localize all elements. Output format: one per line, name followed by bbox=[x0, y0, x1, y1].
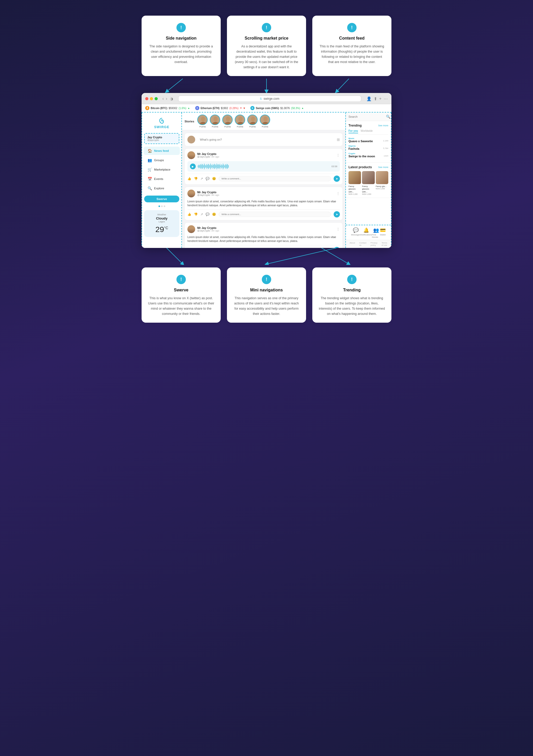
product-item-2[interactable]: Fancy glasses with... NGN 1,000 bbox=[362, 171, 374, 195]
annotation-icon-scrolling: ! bbox=[262, 23, 271, 32]
play-button-1[interactable]: ▶ bbox=[190, 164, 196, 169]
like-action-2[interactable]: 👍 bbox=[188, 212, 191, 216]
tab-worldwide[interactable]: Worldwide bbox=[361, 129, 373, 133]
user-icon[interactable]: 👤 bbox=[367, 96, 372, 101]
share-action-2[interactable]: ↗ bbox=[200, 212, 203, 216]
send-comment-button-1[interactable]: ➤ bbox=[334, 176, 340, 182]
products-see-more[interactable]: See more bbox=[378, 166, 388, 169]
post-author-info-2: Mr Jay Crypto @JayCrypto 3hr ago bbox=[197, 191, 219, 196]
product-price-2: NGN 1,000 bbox=[362, 193, 374, 195]
footer-terms[interactable]: Terms of use bbox=[382, 242, 387, 246]
news-feed-icon: 🏠 bbox=[147, 149, 152, 153]
share-icon[interactable]: ⬆ bbox=[374, 96, 377, 101]
top-arrows-svg bbox=[141, 79, 392, 93]
tab-for-you[interactable]: For you bbox=[348, 129, 358, 133]
svg-line-15 bbox=[166, 248, 183, 264]
dislike-action-2[interactable]: 👎 bbox=[194, 212, 198, 216]
sidebar-item-marketplace[interactable]: 🛒 Marketplace bbox=[144, 165, 180, 174]
footer-about[interactable]: About bbox=[349, 242, 355, 246]
sidebar-item-groups[interactable]: 👥 Groups bbox=[144, 156, 180, 164]
notifications-label: Notifications bbox=[361, 233, 372, 236]
more-icon[interactable]: ⋯ bbox=[384, 96, 388, 101]
audio-duration-1: 03:58 bbox=[331, 165, 337, 168]
ticker-btc: ₿ Bitcoin (BTC) $59302 (1.6%) ▲ bbox=[145, 106, 190, 110]
sidebar-item-news-feed[interactable]: 🏠 News feed bbox=[144, 147, 180, 155]
trending-header: Trending See more bbox=[348, 124, 388, 127]
find-friends-icon: 👥 bbox=[373, 227, 379, 233]
story-item-2[interactable]: Pushla bbox=[210, 115, 220, 128]
events-icon: 📅 bbox=[147, 177, 152, 181]
bottom-nav-notifications[interactable]: 🔔 Notifications bbox=[361, 227, 372, 238]
story-item-5[interactable]: Pushla bbox=[247, 115, 258, 128]
footer-contact[interactable]: Contact us bbox=[359, 242, 367, 246]
bottom-annotations: ! Swerve This is what you know on X (twi… bbox=[141, 265, 392, 323]
forward-icon[interactable]: › bbox=[166, 96, 167, 101]
comment-action-1[interactable]: 💬 bbox=[206, 177, 210, 180]
swg-price: $1.0076 bbox=[280, 107, 290, 110]
sidebar-user-profile[interactable]: Jay Crypto @jaycrypto bbox=[144, 133, 179, 144]
product-item-3[interactable]: Fancy gla... NGN 1,000 bbox=[376, 171, 388, 195]
story-item-3[interactable]: Pushla bbox=[222, 115, 233, 128]
back-icon[interactable]: ‹ bbox=[163, 96, 164, 101]
trending-category-1: Music bbox=[348, 137, 388, 140]
post-more-icon-2[interactable]: ⋮ bbox=[336, 191, 340, 196]
close-button[interactable] bbox=[145, 97, 148, 100]
bottom-nav-wallet[interactable]: 💳 Wallet bbox=[380, 227, 386, 238]
weather-label: Weather bbox=[147, 213, 176, 216]
bottom-nav-find-friends[interactable]: 👥 Find friends bbox=[372, 227, 380, 238]
audio-player-1: ▶ bbox=[188, 161, 340, 172]
trending-topic-2[interactable]: Fashola bbox=[348, 147, 359, 150]
eth-icon: Ξ bbox=[195, 106, 199, 110]
story-item-1[interactable]: Pushla bbox=[197, 115, 208, 128]
comment-icon-2: 💬 bbox=[206, 212, 210, 216]
minimize-button[interactable] bbox=[150, 97, 153, 100]
emoji-icon-1: 😊 bbox=[212, 177, 216, 180]
top-arrows-row bbox=[141, 79, 392, 93]
explore-label: Explore bbox=[154, 187, 164, 190]
emoji-action-2[interactable]: 😊 bbox=[212, 212, 216, 216]
send-comment-button-2[interactable]: ➤ bbox=[334, 211, 340, 217]
sidebar-item-events[interactable]: 📅 Events bbox=[144, 175, 180, 183]
search-icon[interactable]: 🔍 bbox=[386, 115, 391, 119]
trending-see-more[interactable]: See more bbox=[378, 124, 388, 127]
like-action-1[interactable]: 👍 bbox=[188, 177, 191, 180]
trending-count-2: 5,784 bbox=[383, 147, 388, 150]
annotation-icon-content: ! bbox=[347, 23, 357, 32]
browser-titlebar: ‹ › ◑ S swirge.com 👤 ⬆ + ⋯ bbox=[141, 93, 392, 104]
maximize-button[interactable] bbox=[155, 97, 158, 100]
trending-topic-1[interactable]: Quavo x Saweetie bbox=[348, 140, 373, 143]
trending-topic-3[interactable]: Swirge to the moon bbox=[348, 155, 375, 158]
annotation-desc-mini-nav: This navigation serves as one of the pri… bbox=[233, 296, 300, 316]
story-item-4[interactable]: Pushla bbox=[235, 115, 245, 128]
product-item-1[interactable]: Fancy glasses with... NGN 1,000 bbox=[348, 171, 361, 195]
story-item-6[interactable]: Pushla bbox=[260, 115, 270, 128]
share-action-1[interactable]: ↗ bbox=[200, 177, 203, 180]
theme-toggle-icon[interactable]: ◑ bbox=[170, 96, 173, 101]
post-more-icon-1[interactable]: ⋮ bbox=[336, 153, 340, 157]
compose-options-icon[interactable]: ⊞ bbox=[337, 138, 340, 142]
footer-privacy[interactable]: Privacy policy bbox=[370, 242, 377, 246]
emoji-action-1[interactable]: 😊 bbox=[212, 177, 216, 180]
annotation-icon-swerve: ! bbox=[176, 275, 186, 284]
dislike-action-1[interactable]: 👎 bbox=[194, 177, 198, 180]
post-time-1: 3hr ago bbox=[211, 155, 219, 158]
app-name: SWIRGE bbox=[154, 125, 169, 129]
sidebar-item-explore[interactable]: 🔍 Explore bbox=[144, 184, 180, 192]
svg-line-0 bbox=[166, 79, 183, 92]
search-input[interactable] bbox=[348, 115, 384, 118]
comment-input-1[interactable] bbox=[218, 176, 331, 181]
comment-action-2[interactable]: 💬 bbox=[206, 212, 210, 216]
annotation-title-content: Content feed bbox=[318, 36, 385, 40]
swerve-button[interactable]: Swerve bbox=[144, 196, 180, 202]
add-tab-icon[interactable]: + bbox=[379, 96, 382, 101]
comment-input-2[interactable] bbox=[218, 212, 331, 217]
bottom-nav-messages[interactable]: 💬 Messages bbox=[351, 227, 361, 238]
story-name-5: Pushla bbox=[249, 125, 256, 128]
compose-input[interactable] bbox=[197, 137, 335, 142]
like-icon-1: 👍 bbox=[188, 177, 191, 180]
trending-topic-row-2: Fashola 5,784 bbox=[348, 147, 388, 150]
annotation-desc-side-nav: The side navigation is designed to provi… bbox=[148, 44, 215, 65]
weather-widget: Weather Cloudy Lagos 29°C bbox=[144, 210, 179, 237]
post-more-icon-3[interactable]: ⋮ bbox=[336, 227, 340, 231]
url-bar[interactable]: S swirge.com bbox=[178, 95, 361, 102]
